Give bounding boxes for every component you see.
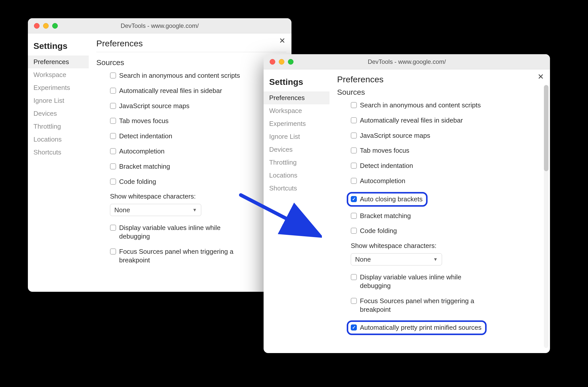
opt-detect-indentation[interactable]: Detect indentation (351, 162, 545, 170)
sidebar-item-ignore-list[interactable]: Ignore List (28, 94, 89, 107)
checkbox[interactable] (351, 298, 357, 304)
chevron-down-icon: ▼ (433, 257, 438, 262)
settings-sidebar: Settings Preferences Workspace Experimen… (28, 33, 89, 292)
sidebar-item-ignore-list[interactable]: Ignore List (264, 130, 329, 143)
checkbox[interactable] (351, 163, 357, 169)
devtools-window-before: DevTools - www.google.com/ ✕ Settings Pr… (28, 18, 291, 292)
zoom-window-button[interactable] (288, 59, 293, 65)
sidebar-item-shortcuts[interactable]: Shortcuts (264, 182, 329, 195)
checkbox[interactable] (351, 117, 357, 123)
checkbox[interactable] (351, 228, 357, 234)
whitespace-label: Show whitespace characters: (110, 192, 286, 200)
opt-tab-moves-focus[interactable]: Tab moves focus (110, 117, 286, 125)
opt-auto-reveal[interactable]: Automatically reveal files in sidebar (351, 116, 545, 125)
checkbox-label: Display variable values inline while deb… (119, 224, 251, 241)
checkbox-label: Detect indentation (119, 132, 172, 141)
opt-js-source-maps[interactable]: JavaScript source maps (351, 131, 545, 140)
sidebar-item-workspace[interactable]: Workspace (28, 68, 89, 81)
checkbox[interactable] (351, 196, 357, 202)
sidebar-item-throttling[interactable]: Throttling (28, 120, 89, 133)
sidebar-item-devices[interactable]: Devices (28, 107, 89, 120)
checkbox[interactable] (110, 103, 116, 109)
sidebar-item-experiments[interactable]: Experiments (28, 81, 89, 94)
close-window-button[interactable] (34, 23, 40, 29)
opt-bracket-matching[interactable]: Bracket matching (351, 212, 545, 220)
checkbox-label: Search in anonymous and content scripts (119, 71, 240, 80)
opt-code-folding[interactable]: Code folding (110, 178, 286, 186)
checkbox-label: Focus Sources panel when triggering a br… (119, 247, 251, 265)
panel-title: Preferences (337, 74, 545, 84)
panel-title: Preferences (96, 38, 286, 48)
options-list: Search in anonymous and content scripts … (96, 71, 286, 265)
checkbox[interactable] (110, 225, 116, 231)
opt-focus-on-breakpoint[interactable]: Focus Sources panel when triggering a br… (110, 247, 286, 265)
checkbox[interactable] (110, 88, 116, 94)
opt-autocompletion[interactable]: Autocompletion (110, 147, 286, 156)
divider (96, 52, 286, 52)
checkbox-label: Automatically reveal files in sidebar (360, 116, 463, 125)
opt-js-source-maps[interactable]: JavaScript source maps (110, 102, 286, 110)
opt-pretty-print-minified[interactable]: Automatically pretty print minified sour… (351, 323, 482, 332)
checkbox[interactable] (351, 147, 357, 153)
minimize-window-button[interactable] (43, 23, 49, 29)
checkbox[interactable] (351, 213, 357, 219)
opt-code-folding[interactable]: Code folding (351, 227, 545, 235)
titlebar[interactable]: DevTools - www.google.com/ (264, 54, 550, 69)
checkbox[interactable] (110, 248, 116, 255)
opt-autocompletion[interactable]: Autocompletion (351, 177, 545, 185)
checkbox[interactable] (351, 132, 357, 139)
whitespace-select[interactable]: None ▼ (351, 253, 442, 265)
opt-detect-indentation[interactable]: Detect indentation (110, 132, 286, 141)
sidebar-item-workspace[interactable]: Workspace (264, 104, 329, 117)
checkbox[interactable] (110, 118, 116, 124)
whitespace-label: Show whitespace characters: (351, 242, 545, 250)
checkbox[interactable] (110, 163, 116, 169)
checkbox[interactable] (110, 133, 116, 139)
sidebar-item-preferences[interactable]: Preferences (28, 55, 89, 68)
scrollbar-thumb[interactable] (544, 85, 548, 171)
devtools-window-after: DevTools - www.google.com/ ✕ Settings Pr… (264, 54, 550, 353)
sidebar-item-locations[interactable]: Locations (28, 133, 89, 146)
sidebar-item-throttling[interactable]: Throttling (264, 156, 329, 169)
opt-auto-reveal[interactable]: Automatically reveal files in sidebar (110, 87, 286, 95)
checkbox[interactable] (351, 324, 357, 331)
sidebar-item-locations[interactable]: Locations (264, 169, 329, 182)
minimize-window-button[interactable] (279, 59, 284, 65)
checkbox-label: Focus Sources panel when triggering a br… (360, 297, 492, 314)
sidebar-title: Settings (28, 38, 89, 55)
checkbox-label: Auto closing brackets (360, 195, 422, 204)
checkbox-label: Search in anonymous and content scripts (360, 101, 481, 110)
opt-auto-closing-brackets[interactable]: Auto closing brackets (351, 195, 422, 204)
opt-search-anonymous[interactable]: Search in anonymous and content scripts (351, 101, 545, 110)
options-list: Search in anonymous and content scripts … (337, 101, 545, 340)
opt-search-anonymous[interactable]: Search in anonymous and content scripts (110, 71, 286, 80)
settings-sidebar: Settings Preferences Workspace Experimen… (264, 69, 329, 353)
checkbox[interactable] (110, 148, 116, 154)
opt-inline-values[interactable]: Display variable values inline while deb… (351, 273, 545, 290)
checkbox[interactable] (351, 274, 357, 280)
sidebar-item-shortcuts[interactable]: Shortcuts (28, 146, 89, 159)
checkbox[interactable] (110, 72, 116, 79)
checkbox[interactable] (110, 179, 116, 185)
opt-focus-on-breakpoint[interactable]: Focus Sources panel when triggering a br… (351, 297, 545, 314)
checkbox-label: Autocompletion (360, 177, 405, 185)
opt-inline-values[interactable]: Display variable values inline while deb… (110, 224, 286, 241)
opt-tab-moves-focus[interactable]: Tab moves focus (351, 146, 545, 155)
titlebar[interactable]: DevTools - www.google.com/ (28, 18, 291, 33)
sidebar-item-devices[interactable]: Devices (264, 143, 329, 156)
opt-bracket-matching[interactable]: Bracket matching (110, 162, 286, 171)
checkbox-label: Detect indentation (360, 162, 413, 170)
close-window-button[interactable] (270, 59, 275, 65)
zoom-window-button[interactable] (52, 23, 58, 29)
sidebar-item-experiments[interactable]: Experiments (264, 117, 329, 130)
checkbox[interactable] (351, 102, 357, 108)
checkbox-label: JavaScript source maps (119, 102, 189, 110)
checkbox-label: Autocompletion (119, 147, 164, 156)
sidebar-item-preferences[interactable]: Preferences (264, 91, 329, 104)
whitespace-select[interactable]: None ▼ (110, 204, 201, 216)
traffic-lights (28, 23, 58, 29)
content-area: ✕ Settings Preferences Workspace Experim… (28, 33, 291, 292)
checkbox-label: Code folding (119, 178, 156, 186)
sidebar-title: Settings (264, 74, 329, 91)
checkbox[interactable] (351, 178, 357, 184)
